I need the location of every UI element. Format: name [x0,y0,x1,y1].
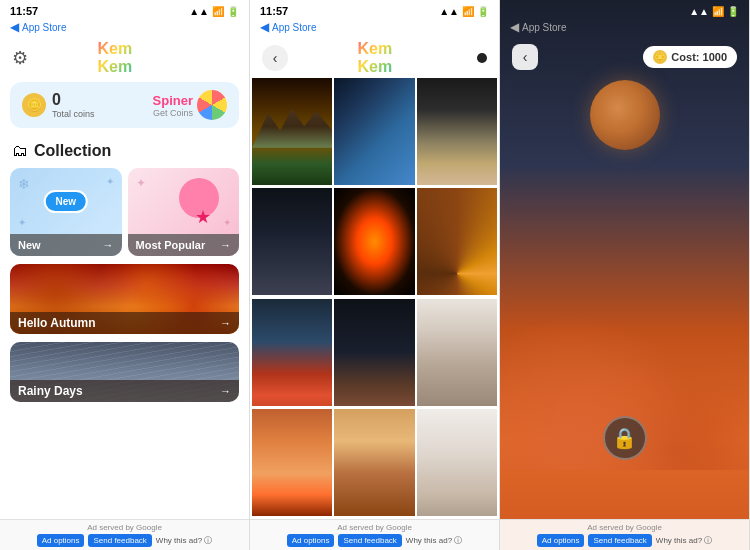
wallpaper-autumn-trees[interactable] [334,409,414,516]
logo-text-1: Kem Kem [98,40,148,76]
status-icons-3: ▲▲ 📶 🔋 [689,6,739,17]
cost-coin-icon: 🪙 [653,50,667,64]
ad-options-btn-2[interactable]: Ad options [287,534,335,547]
status-bar-2: 11:57 ▲▲ 📶 🔋 [250,0,499,20]
rainy-label-text: Rainy Days [18,384,83,398]
rainy-arrow-icon: → [220,385,231,397]
time-label-2: 11:57 [260,5,288,17]
spiner-sub: Get Coins [153,108,193,118]
rainy-banner[interactable]: Rainy Days → [10,342,239,402]
wallpaper-coffee[interactable] [417,78,497,185]
spinner-wheel-icon [197,90,227,120]
new-arrow-icon: → [103,239,114,251]
collection-icon: 🗂 [12,142,28,160]
ad-served-label-1: Ad served by Google [6,523,243,532]
coins-left: 🪙 0 Total coins [22,91,95,119]
battery-icon-2: 🔋 [477,6,489,17]
popular-arrow-icon: → [220,239,231,251]
cost-label: Cost: 1000 [671,51,727,63]
snowflake-icon-1: ❄ [18,176,30,192]
signal-icon-3: ▲▲ [689,6,709,17]
ad-served-label-2: Ad served by Google [256,523,493,532]
card-label-new-text: New [18,239,41,251]
spiner-text: Spiner Get Coins [153,93,193,118]
wifi-icon-3: 📶 [712,6,724,17]
app-store-bar-1: ◀ App Store [0,20,249,38]
signal-icon-2: ▲▲ [439,6,459,17]
app-logo-2: Kem Kem [358,44,408,72]
pinkflake-icon-2: ✦ [223,217,231,228]
wallpaper-moon-clouds[interactable] [252,299,332,406]
wallpaper-campfire[interactable] [334,188,414,295]
signal-icon: ▲▲ [189,6,209,17]
panel3-header: ‹ 🪙 Cost: 1000 [500,38,749,74]
status-icons-2: ▲▲ 📶 🔋 [439,6,489,17]
logo-text-2: Kem Kem [358,40,408,76]
rainy-banner-label: Rainy Days → [10,380,239,402]
spiner-section[interactable]: Spiner Get Coins [153,90,227,120]
collection-card-popular[interactable]: ✦ ✦ ★ Most Popular → [128,168,240,256]
new-badge: New [43,190,88,213]
battery-icon: 🔋 [227,6,239,17]
autumn-banner[interactable]: Hello Autumn → [10,264,239,334]
autumn-arrow-icon: → [220,317,231,329]
wallpaper-dark-water[interactable] [252,188,332,295]
status-bar-1: 11:57 ▲▲ 📶 🔋 [0,0,249,20]
app-store-bar-3: ◀ App Store [500,20,749,38]
back-arrow-2[interactable]: ◀ [260,20,269,34]
moon-decoration [590,80,660,150]
lock-button[interactable]: 🔒 [603,416,647,460]
collection-title: Collection [34,142,111,160]
app-store-label-1: App Store [22,22,66,33]
gear-icon[interactable]: ⚙ [12,47,28,69]
ad-buttons-3: Ad options Send feedback Why this ad? ⓘ [506,534,743,547]
panel-detail: ▲▲ 📶 🔋 ◀ App Store ‹ 🪙 Cost: 1000 🔒 Ad s… [500,0,750,550]
ad-feedback-btn-1[interactable]: Send feedback [88,534,151,547]
ad-served-label-3: Ad served by Google [506,523,743,532]
app-store-bar-2: ◀ App Store [250,20,499,38]
panel2-header: ‹ Kem Kem [250,38,499,76]
ad-why-btn-3[interactable]: Why this ad? ⓘ [656,534,712,547]
snowflake-icon-3: ✦ [18,217,26,228]
autumn-banner-label: Hello Autumn → [10,312,239,334]
coin-icon: 🪙 [22,93,46,117]
spiner-title: Spiner [153,93,193,108]
wallpaper-grid [250,76,499,519]
autumn-label-text: Hello Autumn [18,316,96,330]
ad-buttons-2: Ad options Send feedback Why this ad? ⓘ [256,534,493,547]
card-label-popular-text: Most Popular [136,239,206,251]
battery-icon-3: 🔋 [727,6,739,17]
wallpaper-light-fabric[interactable] [417,409,497,516]
pinkflake-icon-1: ✦ [136,176,146,190]
ad-options-btn-3[interactable]: Ad options [537,534,585,547]
panel-gallery: 11:57 ▲▲ 📶 🔋 ◀ App Store ‹ Kem Kem [250,0,500,550]
wifi-icon-2: 📶 [462,6,474,17]
wallpaper-white-fabric[interactable] [417,299,497,406]
wallpaper-orange-sky[interactable] [252,409,332,516]
collection-card-new[interactable]: ❄ ✦ ✦ New New → [10,168,122,256]
wallpaper-mountains[interactable] [252,78,332,185]
app-logo-1: Kem Kem [98,44,148,72]
ad-bar-2: Ad served by Google Ad options Send feed… [250,519,499,550]
panel-home: 11:57 ▲▲ 📶 🔋 ◀ App Store ⚙ Kem Kem 🪙 0 T… [0,0,250,550]
ad-bar-1: Ad served by Google Ad options Send feed… [0,519,249,550]
dot-indicator [477,53,487,63]
ad-why-btn-2[interactable]: Why this ad? ⓘ [406,534,462,547]
time-label-1: 11:57 [10,5,38,17]
coins-banner[interactable]: 🪙 0 Total coins Spiner Get Coins [10,82,239,128]
wallpaper-jellyfish[interactable] [334,78,414,185]
ad-bar-3: Ad served by Google Ad options Send feed… [500,519,749,550]
ad-feedback-btn-3[interactable]: Send feedback [588,534,651,547]
wallpaper-dark-autumn[interactable] [334,299,414,406]
back-button-3[interactable]: ‹ [512,44,538,70]
back-button-2[interactable]: ‹ [262,45,288,71]
wallpaper-spiral[interactable] [417,188,497,295]
status-bar-3: ▲▲ 📶 🔋 [500,0,749,20]
app-store-label-3: App Store [522,22,566,33]
ad-feedback-btn-2[interactable]: Send feedback [338,534,401,547]
panel1-header: ⚙ Kem Kem [0,38,249,76]
ad-options-btn-1[interactable]: Ad options [37,534,85,547]
back-arrow-1[interactable]: ◀ [10,20,19,34]
ad-why-btn-1[interactable]: Why this ad? ⓘ [156,534,212,547]
back-arrow-3[interactable]: ◀ [510,20,519,34]
